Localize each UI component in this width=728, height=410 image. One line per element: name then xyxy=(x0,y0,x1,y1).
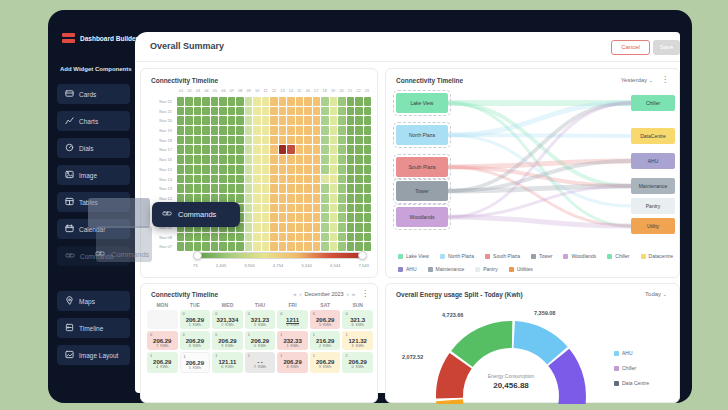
heatmap-cell[interactable] xyxy=(296,165,303,174)
heatmap-cell[interactable] xyxy=(330,213,337,222)
heatmap-cell[interactable] xyxy=(279,145,286,154)
heatmap-cell[interactable] xyxy=(330,233,337,242)
heatmap-cell[interactable] xyxy=(355,107,362,116)
heatmap-cell[interactable] xyxy=(355,242,362,251)
heatmap-cell[interactable] xyxy=(296,126,303,135)
heatmap-cell[interactable] xyxy=(253,116,260,125)
heatmap-cell[interactable] xyxy=(338,165,345,174)
heatmap-cell[interactable] xyxy=(236,155,243,164)
heatmap-cell[interactable] xyxy=(245,175,252,184)
sankey-node-lake-view[interactable]: Lake View xyxy=(396,93,448,113)
heatmap-cell[interactable] xyxy=(338,184,345,193)
heatmap-cell[interactable] xyxy=(185,107,192,116)
heatmap-cell[interactable] xyxy=(228,116,235,125)
heatmap-cell[interactable] xyxy=(236,194,243,203)
heatmap-cell[interactable] xyxy=(355,126,362,135)
calendar-cell[interactable]: 0 321,334 2KWh xyxy=(212,310,243,329)
kebab-menu-icon[interactable]: ⋮ xyxy=(361,289,369,298)
heatmap-cell[interactable] xyxy=(355,175,362,184)
heatmap-cell[interactable] xyxy=(185,175,192,184)
heatmap-cell[interactable] xyxy=(236,116,243,125)
sidebar-item-dials[interactable]: Dials xyxy=(57,138,130,158)
heatmap-cell[interactable] xyxy=(364,165,371,174)
donut-segment-ahu-blue[interactable] xyxy=(514,335,557,356)
heatmap-cell[interactable] xyxy=(321,204,328,213)
heatmap-cell[interactable] xyxy=(177,107,184,116)
heatmap-cell[interactable] xyxy=(304,213,311,222)
heatmap-cell[interactable] xyxy=(313,204,320,213)
heatmap-cell[interactable] xyxy=(355,136,362,145)
heatmap-cell[interactable] xyxy=(321,184,328,193)
prev-year-arrow[interactable]: « xyxy=(293,291,296,297)
heatmap-cell[interactable] xyxy=(279,233,286,242)
heatmap-cell[interactable] xyxy=(304,184,311,193)
heatmap-cell[interactable] xyxy=(330,175,337,184)
heatmap-cell[interactable] xyxy=(347,136,354,145)
heatmap-cell[interactable] xyxy=(253,155,260,164)
heatmap-cell[interactable] xyxy=(313,175,320,184)
heatmap-cell[interactable] xyxy=(296,223,303,232)
heatmap-cell[interactable] xyxy=(355,165,362,174)
heatmap-cell[interactable] xyxy=(262,213,269,222)
heatmap-cell[interactable] xyxy=(245,204,252,213)
heatmap-cell[interactable] xyxy=(304,204,311,213)
heatmap-cell[interactable] xyxy=(364,136,371,145)
heatmap-cell[interactable] xyxy=(211,116,218,125)
heatmap-cell[interactable] xyxy=(185,136,192,145)
heatmap-cell[interactable] xyxy=(347,204,354,213)
heatmap-cell[interactable] xyxy=(245,155,252,164)
heatmap-cell[interactable] xyxy=(262,126,269,135)
heatmap-cell[interactable] xyxy=(304,136,311,145)
heatmap-cell[interactable] xyxy=(338,126,345,135)
heatmap-cell[interactable] xyxy=(253,97,260,106)
heatmap-cell[interactable] xyxy=(219,233,226,242)
heatmap-cell[interactable] xyxy=(321,165,328,174)
sankey-node-south-plaza[interactable]: South Plaza xyxy=(396,157,448,177)
heatmap-cell[interactable] xyxy=(253,175,260,184)
heatmap-cell[interactable] xyxy=(228,136,235,145)
heatmap-cell[interactable] xyxy=(228,145,235,154)
heatmap-cell[interactable] xyxy=(296,116,303,125)
heatmap-cell[interactable] xyxy=(245,233,252,242)
heatmap-cell[interactable] xyxy=(313,223,320,232)
heatmap-cell[interactable] xyxy=(287,165,294,174)
heatmap-cell[interactable] xyxy=(321,107,328,116)
heatmap-cell[interactable] xyxy=(313,165,320,174)
heatmap-cell[interactable] xyxy=(177,136,184,145)
heatmap-cell[interactable] xyxy=(253,145,260,154)
heatmap-cell[interactable] xyxy=(228,242,235,251)
heatmap-cell[interactable] xyxy=(287,213,294,222)
heatmap-cell[interactable] xyxy=(245,116,252,125)
heatmap-cell[interactable] xyxy=(364,242,371,251)
drag-ghost-commands[interactable]: Commands xyxy=(152,202,240,227)
heatmap-cell[interactable] xyxy=(211,233,218,242)
heatmap-cell[interactable] xyxy=(321,233,328,242)
heatmap-cell[interactable] xyxy=(245,107,252,116)
heatmap-cell[interactable] xyxy=(262,204,269,213)
heatmap-cell[interactable] xyxy=(321,194,328,203)
heatmap-cell[interactable] xyxy=(279,194,286,203)
heatmap-cell[interactable] xyxy=(313,116,320,125)
heatmap-cell[interactable] xyxy=(355,145,362,154)
calendar-cell[interactable]: 0 206.29 8KWh xyxy=(180,331,211,350)
heatmap-cell[interactable] xyxy=(236,233,243,242)
heatmap-cell[interactable] xyxy=(228,184,235,193)
heatmap-cell[interactable] xyxy=(262,184,269,193)
heatmap-cell[interactable] xyxy=(347,223,354,232)
heatmap-cell[interactable] xyxy=(287,155,294,164)
heatmap-cell[interactable] xyxy=(245,126,252,135)
heatmap-cell[interactable] xyxy=(338,107,345,116)
heatmap-cell[interactable] xyxy=(304,97,311,106)
heatmap-cell[interactable] xyxy=(287,116,294,125)
heatmap-cell[interactable] xyxy=(177,116,184,125)
heatmap-cell[interactable] xyxy=(177,155,184,164)
scale-max-handle[interactable] xyxy=(358,251,367,260)
heatmap-cell[interactable] xyxy=(262,136,269,145)
heatmap-cell[interactable] xyxy=(236,242,243,251)
calendar-cell[interactable]: 0 321.23 3KWh xyxy=(245,310,276,329)
sankey-node-chiller[interactable]: Chiller xyxy=(631,95,675,111)
heatmap-cell[interactable] xyxy=(270,194,277,203)
heatmap-cell[interactable] xyxy=(338,145,345,154)
heatmap-cell[interactable] xyxy=(194,97,201,106)
heatmap-cell[interactable] xyxy=(296,233,303,242)
